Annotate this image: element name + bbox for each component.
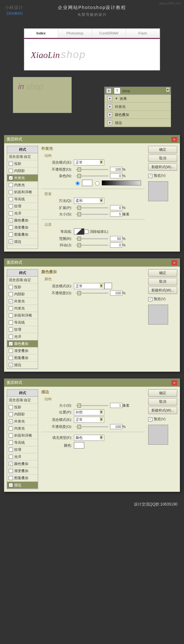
new-style-button[interactable]: 新建样式(W)... (148, 163, 177, 171)
position-select[interactable]: 外部 (74, 409, 104, 415)
style-texture[interactable]: 纹理 (7, 203, 38, 210)
jitter-input[interactable]: 0 (110, 242, 122, 248)
opacity-slider[interactable] (76, 426, 108, 427)
ok-button[interactable]: 确定 (148, 146, 177, 153)
style-contour[interactable]: 等高线 (7, 319, 38, 326)
ok-button[interactable]: 确定 (148, 389, 177, 397)
style-stroke[interactable]: 描边 (7, 362, 38, 369)
cancel-button[interactable]: 取消 (148, 278, 177, 285)
noise-input[interactable]: 0 (110, 173, 122, 178)
visibility-icon[interactable]: ● (107, 112, 112, 117)
range-slider[interactable] (76, 238, 108, 239)
style-innerglow[interactable]: 内发光 (7, 425, 38, 432)
style-dropshadow[interactable]: 投影 (7, 160, 38, 167)
layer-outerglow[interactable]: ●外发光 (105, 103, 171, 111)
jitter-slider[interactable] (76, 245, 108, 246)
size-input[interactable]: 1 (110, 403, 122, 408)
cancel-button[interactable]: 取消 (148, 398, 177, 405)
style-outerglow[interactable]: 外发光 (7, 418, 38, 425)
blend-options[interactable]: 混合选项:自定 (7, 397, 38, 404)
visibility-icon[interactable]: ● (107, 104, 112, 109)
style-pattoverlay[interactable]: 图案叠加 (7, 475, 38, 482)
layer-coloroverlay[interactable]: ●颜色叠加 (105, 111, 171, 119)
style-innerglow[interactable]: 内发光 (7, 305, 38, 312)
style-innershadow[interactable]: 内阴影 (7, 167, 38, 175)
glow-color-swatch[interactable] (82, 180, 92, 186)
style-coloroverlay[interactable]: 颜色叠加 (7, 217, 38, 224)
close-icon[interactable]: × (171, 260, 177, 265)
preview-check[interactable] (148, 417, 152, 421)
opacity-slider[interactable] (76, 293, 108, 294)
style-coloroverlay[interactable]: 颜色叠加 (7, 340, 38, 347)
fill-type-select[interactable]: 颜色 (74, 435, 104, 441)
visibility-icon[interactable]: ● (107, 96, 112, 101)
style-innerglow[interactable]: 内发光 (7, 182, 38, 189)
range-input[interactable]: 50 (110, 236, 122, 241)
visibility-icon[interactable]: ● (107, 120, 112, 125)
size-slider[interactable] (76, 214, 108, 215)
new-style-button[interactable]: 新建样式(W)... (148, 287, 177, 294)
style-innershadow[interactable]: 内阴影 (7, 291, 38, 298)
size-slider[interactable] (76, 405, 108, 406)
gradient-radio[interactable] (95, 181, 99, 185)
style-texture[interactable]: 纹理 (7, 326, 38, 333)
style-stroke[interactable]: 描边 (7, 238, 38, 245)
style-contour[interactable]: 等高线 (7, 196, 38, 203)
layer-fx[interactable]: ●▼效果 (105, 95, 171, 103)
tab-coreldraw[interactable]: CorelDRAW (92, 29, 126, 38)
style-innershadow[interactable]: 内阴影 (7, 411, 38, 418)
style-pattoverlay[interactable]: 图案叠加 (7, 355, 38, 362)
blend-mode-select[interactable]: 正常 (74, 159, 104, 166)
tab-photoshop[interactable]: Photoshop (58, 29, 92, 38)
opacity-slider[interactable] (76, 169, 108, 170)
new-style-button[interactable]: 新建样式(W)... (148, 407, 177, 414)
blend-mode-select[interactable]: 正常 (74, 283, 104, 289)
layer-shop[interactable]: ● T shop (105, 87, 171, 95)
style-outerglow[interactable]: 外发光 (7, 175, 38, 182)
visibility-icon[interactable]: ● (106, 88, 111, 93)
stroke-color-swatch[interactable] (74, 442, 84, 449)
style-satin[interactable]: 光泽 (7, 333, 38, 340)
opacity-input[interactable]: 100 (110, 290, 122, 296)
style-coloroverlay[interactable]: 颜色叠加 (7, 460, 38, 468)
method-select[interactable]: 柔和 (74, 198, 104, 204)
style-satin[interactable]: 光泽 (7, 453, 38, 460)
spread-input[interactable]: 0 (110, 205, 122, 210)
cancel-button[interactable]: 取消 (148, 155, 177, 162)
ok-button[interactable]: 确定 (148, 269, 177, 277)
tab-flash[interactable]: Flash (126, 29, 160, 38)
noise-slider[interactable] (76, 175, 108, 176)
style-gradoverlay[interactable]: 渐变叠加 (7, 224, 38, 231)
blend-mode-select[interactable]: 正常 (74, 417, 104, 423)
preview-check[interactable] (148, 297, 152, 301)
style-pattoverlay[interactable]: 图案叠加 (7, 231, 38, 238)
opacity-input[interactable]: 100 (110, 167, 122, 172)
contour-picker[interactable] (74, 228, 84, 235)
style-bevel[interactable]: 斜面和浮雕 (7, 189, 38, 196)
close-icon[interactable]: × (171, 380, 177, 385)
style-gradoverlay[interactable]: 渐变叠加 (7, 347, 38, 355)
style-contour[interactable]: 等高线 (7, 439, 38, 446)
antialias-check[interactable] (84, 230, 88, 234)
opacity-input[interactable]: 100 (110, 424, 122, 429)
style-outerglow[interactable]: 外发光 (7, 298, 38, 305)
blend-options[interactable]: 混合选项:自定 (7, 277, 38, 284)
overlay-color-swatch[interactable] (104, 283, 112, 289)
style-dropshadow[interactable]: 投影 (7, 284, 38, 291)
style-satin[interactable]: 光泽 (7, 210, 38, 217)
glow-gradient[interactable] (102, 180, 141, 185)
blend-options[interactable]: 混合选项:自定 (7, 153, 38, 160)
size-input[interactable]: 5 (110, 212, 122, 217)
style-dropshadow[interactable]: 投影 (7, 404, 38, 411)
close-icon[interactable]: × (171, 137, 177, 142)
preview-check[interactable] (148, 174, 152, 178)
style-gradoverlay[interactable]: 渐变叠加 (7, 468, 38, 475)
tab-index[interactable]: Index (24, 29, 58, 38)
spread-slider[interactable] (76, 207, 108, 208)
layer-stroke[interactable]: ●描边 (105, 119, 171, 127)
style-bevel[interactable]: 斜面和浮雕 (7, 432, 38, 439)
style-texture[interactable]: 纹理 (7, 446, 38, 453)
style-bevel[interactable]: 斜面和浮雕 (7, 312, 38, 319)
style-stroke[interactable]: 描边 (7, 482, 38, 489)
color-radio[interactable] (76, 181, 80, 185)
